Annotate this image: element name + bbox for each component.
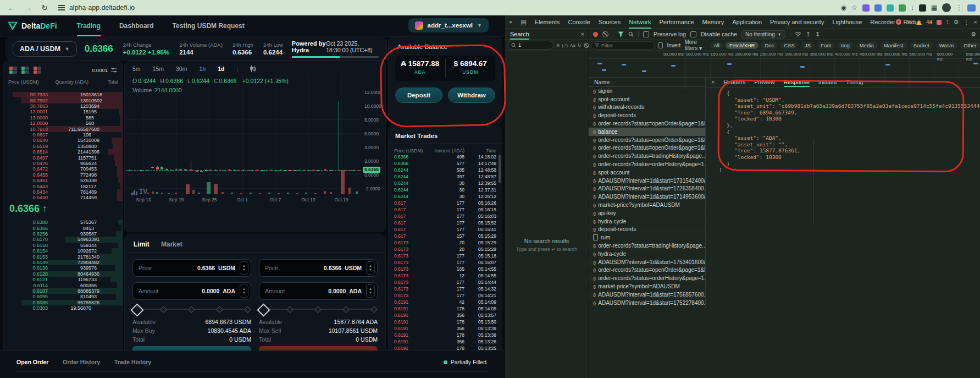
site-info-chip[interactable] bbox=[58, 5, 65, 10]
filter-chip-doc[interactable]: Doc bbox=[761, 42, 778, 49]
bid-row[interactable]: 0.617054963391 bbox=[4, 237, 123, 242]
filter-chip-media[interactable]: Media bbox=[856, 42, 878, 49]
devtools-settings-icon[interactable]: ⚙ bbox=[954, 19, 959, 26]
sell-amount-input[interactable]: Amount 0.0000 ADA ▲▼ bbox=[259, 282, 378, 300]
bid-row[interactable]: 0.6114600366 bbox=[4, 282, 123, 288]
bid-row[interactable]: 0.610788085379 bbox=[4, 288, 123, 294]
filter-chip-css[interactable]: CSS bbox=[780, 42, 799, 49]
request-row[interactable]: {}market-price?symbol=ADAUSDM bbox=[589, 282, 706, 291]
filter-chip-js[interactable]: JS bbox=[801, 42, 815, 49]
amount-stepper[interactable]: ▲▼ bbox=[240, 284, 248, 298]
nav-testing-usdm-request[interactable]: Testing USDM Request bbox=[173, 15, 245, 36]
request-row[interactable]: {}order-records?status=orderHistory&page… bbox=[589, 160, 706, 168]
extension-icon[interactable] bbox=[899, 4, 906, 12]
request-row[interactable]: {}spot-account bbox=[589, 95, 706, 103]
request-row[interactable]: {}order-records?status=openOrder&page=1&… bbox=[589, 136, 706, 144]
tab-order-history[interactable]: Order History bbox=[63, 359, 100, 365]
record-network-icon[interactable] bbox=[593, 32, 598, 37]
ask-row[interactable]: 0.6472700453 bbox=[4, 166, 123, 172]
devtools-tab-memory[interactable]: Memory bbox=[702, 15, 724, 29]
devtools-tab-lighthouse[interactable]: Lighthouse bbox=[833, 15, 862, 29]
tab-open-order[interactable]: Open Order bbox=[16, 359, 48, 365]
buy-price-input[interactable]: Price 0.6366 USDM ▲▼ bbox=[132, 259, 251, 277]
devtools-tab-sources[interactable]: Sources bbox=[599, 15, 621, 29]
request-row[interactable]: {}order-records?status=orderHistory&page… bbox=[589, 274, 706, 282]
ask-row[interactable]: 0.65191350880 bbox=[4, 144, 123, 149]
request-row[interactable]: {}order-records?status=openOrder&page=1&… bbox=[589, 144, 706, 152]
regex-toggle[interactable]: (.*) bbox=[562, 43, 568, 48]
nav-dashboard[interactable]: Dashboard bbox=[119, 15, 154, 36]
side-panel-icon[interactable] bbox=[967, 4, 976, 12]
details-tab-timing[interactable]: Timing bbox=[846, 77, 863, 87]
request-row[interactable]: {}balance bbox=[589, 128, 706, 136]
devtools-tab-recorder[interactable]: Recorder bbox=[870, 15, 895, 29]
ask-row[interactable]: 0.6455772498 bbox=[4, 172, 123, 178]
request-row[interactable]: {}order-records?status=openOrder&page=1&… bbox=[589, 266, 706, 275]
issue-badge-icon[interactable] bbox=[937, 20, 942, 25]
back-icon[interactable]: ← bbox=[7, 3, 16, 12]
pair-selector[interactable]: ADA / USDM ▼ bbox=[13, 41, 77, 57]
request-row[interactable]: {}ADAUSDM?interval=1d&start=1756857600..… bbox=[589, 291, 706, 299]
device-toolbar-icon[interactable]: ▤ bbox=[521, 19, 526, 26]
reload-icon[interactable]: ↻ bbox=[40, 3, 49, 12]
request-row[interactable]: rum bbox=[589, 233, 706, 242]
buy-amount-input[interactable]: Amount 0.0000 ADA ▲▼ bbox=[132, 282, 251, 300]
ask-row[interactable]: 30.78631203694 bbox=[4, 103, 123, 109]
deposit-button[interactable]: Deposit bbox=[395, 87, 442, 103]
warning-badge-icon[interactable] bbox=[916, 20, 922, 25]
bid-row[interactable]: 0.6158559344 bbox=[4, 243, 123, 248]
request-row[interactable]: {}order-records?status=tradingHistory&pa… bbox=[589, 152, 706, 160]
import-har-icon[interactable]: ↥ bbox=[806, 31, 811, 38]
devtools-menu-icon[interactable]: ⋮ bbox=[964, 19, 970, 26]
scrollbar[interactable] bbox=[499, 155, 501, 183]
bid-row[interactable]: 0.030319.56870 bbox=[4, 305, 123, 311]
bid-row[interactable]: 0.614972904482 bbox=[4, 260, 123, 265]
extensions-puzzle-icon[interactable]: ▦ bbox=[931, 4, 937, 12]
candlestick-chart[interactable]: 12.000010.00008.00006.00004.00002.00000.… bbox=[126, 61, 361, 205]
extension-icon[interactable] bbox=[919, 4, 926, 12]
ask-row[interactable]: 90.793315013618 bbox=[4, 92, 123, 97]
price-stepper[interactable]: ▲▼ bbox=[240, 261, 248, 275]
close-search-icon[interactable]: × bbox=[581, 31, 584, 37]
search-input[interactable]: 1 bbox=[508, 41, 554, 50]
preserve-log-checkbox[interactable] bbox=[643, 31, 649, 37]
extension-icon[interactable] bbox=[874, 4, 882, 12]
name-column-header[interactable]: Name bbox=[589, 77, 706, 87]
clear-network-icon[interactable] bbox=[602, 31, 608, 37]
details-tab-response[interactable]: Response bbox=[784, 77, 810, 87]
bid-row[interactable]: 0.6388575367 bbox=[4, 220, 123, 225]
devtools-tab-console[interactable]: Console bbox=[568, 15, 590, 29]
forward-icon[interactable]: → bbox=[23, 3, 33, 12]
more-filters-button[interactable]: More filters ▾ bbox=[684, 39, 706, 51]
bookmark-star-icon[interactable]: ☆ bbox=[851, 4, 857, 12]
browser-menu-icon[interactable]: ⋮ bbox=[956, 4, 962, 12]
buy-amount-slider[interactable] bbox=[132, 305, 251, 313]
request-row[interactable]: {}ADAUSDM?interval=1d&start=1726358400..… bbox=[589, 185, 706, 193]
orderbook-bids-view-icon[interactable] bbox=[21, 67, 30, 74]
precision-selector[interactable]: 0.0001 bbox=[92, 67, 117, 73]
request-row[interactable]: {}spot-account bbox=[589, 168, 706, 177]
nav-trading[interactable]: Trading bbox=[77, 15, 101, 36]
invert-checkbox[interactable] bbox=[658, 42, 663, 48]
profile-avatar[interactable] bbox=[942, 3, 951, 12]
bid-row[interactable]: 0.6095810493 bbox=[4, 294, 123, 299]
ask-row[interactable]: 0.6430714459 bbox=[4, 195, 123, 200]
request-row[interactable]: {}deposit-records bbox=[589, 226, 706, 234]
withdraw-button[interactable]: Withdraw bbox=[448, 87, 495, 103]
ask-row[interactable]: 0.6443182117 bbox=[4, 183, 123, 189]
devtools-close-icon[interactable]: × bbox=[974, 19, 977, 25]
tab-limit[interactable]: Limit bbox=[134, 240, 150, 248]
ask-row[interactable]: 12.0000560 bbox=[4, 120, 123, 126]
match-case-toggle[interactable]: Aa bbox=[570, 43, 575, 48]
clear-results-icon[interactable] bbox=[584, 43, 588, 48]
tab-trade-history[interactable]: Trade History bbox=[114, 359, 151, 365]
filter-chip-fetch-xhr[interactable]: Fetch/XHR bbox=[726, 42, 758, 49]
details-tab-initiator[interactable]: Initiator bbox=[818, 77, 837, 87]
request-row[interactable]: {}deposit-records bbox=[589, 111, 706, 119]
devtools-tab-performance[interactable]: Performance bbox=[660, 15, 694, 29]
request-row[interactable]: {}order-records?status=tradingHistory&pa… bbox=[589, 242, 706, 250]
filter-chip-wasm[interactable]: Wasm bbox=[935, 42, 958, 49]
devtools-tab-privacy-and-security[interactable]: Privacy and security bbox=[770, 15, 824, 29]
request-row[interactable]: {}ADAUSDM?interval=1d&start=1753401600&.… bbox=[589, 258, 706, 266]
tab-market[interactable]: Market bbox=[161, 240, 182, 248]
